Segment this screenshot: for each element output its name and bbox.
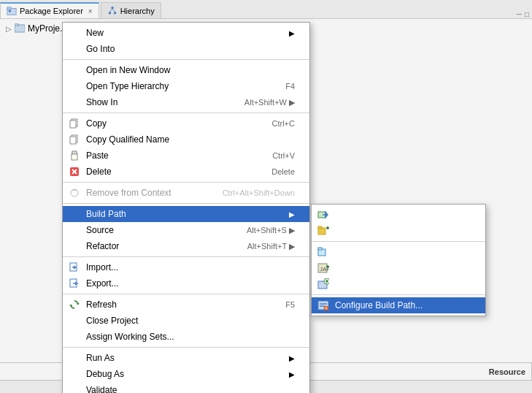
submenu-add-libraries-label: Add Libraries... [335, 279, 394, 289]
menu-item-debug-as[interactable]: Debug As ▶ [63, 366, 309, 382]
show-in-shortcut: Alt+Shift+W ▶ [244, 98, 295, 107]
svg-rect-13 [70, 137, 76, 144]
add-libraries-icon [316, 278, 331, 290]
package-explorer-icon [7, 6, 17, 16]
menu-go-into-label: Go Into [86, 44, 115, 54]
svg-rect-11 [70, 121, 76, 128]
refresh-shortcut: F5 [285, 300, 295, 309]
menu-validate-label: Validate [86, 385, 117, 393]
menu-run-as-label: Run As [86, 353, 115, 363]
tab-close-icon[interactable]: × [88, 7, 93, 15]
eclipse-workspace: Package Explorer × Hierarchy ─ □ ▷ [0, 0, 532, 393]
tab-hierarchy[interactable]: Hierarchy [101, 2, 161, 18]
menu-source-label: Source [86, 225, 114, 235]
menu-item-show-in[interactable]: Show In Alt+Shift+W ▶ [63, 94, 309, 110]
submenu-item-add-libraries[interactable]: Add Libraries... [312, 276, 485, 292]
menu-item-go-into[interactable]: Go Into [63, 41, 309, 57]
submenu-item-link-source[interactable]: Link Source... [312, 207, 485, 223]
menu-item-refresh[interactable]: Refresh F5 [63, 297, 309, 313]
delete-icon [67, 167, 82, 177]
copy-shortcut: Ctrl+C [272, 119, 295, 128]
submenu-separator-2 [312, 294, 485, 295]
import-icon [67, 262, 82, 272]
submenu-item-use-as-source[interactable]: Use as Source Folder [312, 244, 485, 260]
menu-delete-label: Delete [86, 167, 112, 177]
maximize-button[interactable]: □ [525, 10, 529, 18]
menu-item-close-project[interactable]: Close Project [63, 313, 309, 329]
new-source-folder-icon [316, 225, 331, 237]
menu-refactor-label: Refactor [86, 241, 119, 251]
menu-copy-qualified-label: Copy Qualified Name [86, 134, 169, 145]
submenu-item-add-external[interactable]: JAR Add External Archives... [312, 260, 485, 276]
svg-rect-9 [15, 23, 18, 26]
menu-item-paste[interactable]: Paste Ctrl+V [63, 148, 309, 164]
submenu-configure-build-path-label: Configure Build Path... [335, 300, 423, 310]
menu-item-assign-working-sets[interactable]: Assign Working Sets... [63, 329, 309, 345]
tab-package-explorer[interactable]: Package Explorer × [0, 2, 99, 18]
separator-7 [63, 347, 309, 348]
tree-expand-icon: ▷ [6, 25, 12, 33]
menu-item-open-window[interactable]: Open in New Window [63, 62, 309, 78]
refactor-shortcut: Alt+Shift+T ▶ [247, 242, 295, 251]
svg-rect-1 [7, 7, 11, 9]
menu-paste-label: Paste [86, 150, 109, 161]
menu-item-import[interactable]: Import... [63, 259, 309, 275]
export-icon [67, 278, 82, 289]
submenu-add-external-label: Add External Archives... [335, 263, 428, 273]
menu-open-window-label: Open in New Window [86, 65, 170, 75]
menu-item-export[interactable]: Export... [63, 275, 309, 291]
paste-shortcut: Ctrl+V [272, 151, 295, 160]
menu-new-label: New [86, 28, 104, 38]
separator-3 [63, 182, 309, 183]
menu-item-copy-qualified[interactable]: Copy Qualified Name [63, 131, 309, 148]
menu-copy-label: Copy [86, 118, 107, 129]
menu-item-validate[interactable]: Validate [63, 382, 309, 393]
svg-rect-28 [318, 248, 322, 250]
minimize-button[interactable]: ─ [517, 10, 522, 18]
menu-item-delete[interactable]: Delete Delete [63, 164, 309, 180]
resource-column-label: Resource [489, 367, 525, 376]
menu-item-run-as[interactable]: Run As ▶ [63, 350, 309, 366]
menu-debug-as-label: Debug As [86, 369, 124, 379]
tab-package-explorer-label: Package Explorer [20, 7, 83, 15]
menu-item-open-type-hierarchy[interactable]: Open Type Hierarchy F4 [63, 78, 309, 94]
menu-item-remove-context: Remove from Context Ctrl+Alt+Shift+Down [63, 185, 309, 201]
svg-point-2 [9, 9, 12, 12]
menu-item-refactor[interactable]: Refactor Alt+Shift+T ▶ [63, 238, 309, 254]
open-type-shortcut: F4 [285, 82, 295, 91]
menu-assign-working-sets-label: Assign Working Sets... [86, 332, 174, 342]
submenu-item-configure-build-path[interactable]: Configure Build Path... [312, 297, 485, 313]
separator-2 [63, 112, 309, 113]
copy-icon [67, 118, 82, 129]
menu-import-label: Import... [86, 262, 118, 272]
menu-open-type-label: Open Type Hierarchy [86, 81, 169, 91]
svg-point-4 [108, 11, 111, 14]
separator-5 [63, 256, 309, 257]
menu-close-project-label: Close Project [86, 316, 138, 326]
build-path-submenu: Link Source... New Source Folder... [311, 204, 486, 316]
configure-build-path-icon [316, 299, 331, 311]
menu-item-copy[interactable]: Copy Ctrl+C [63, 115, 309, 131]
menu-build-path-label: Build Path [86, 209, 126, 219]
submenu-link-source-label: Link Source... [335, 210, 388, 220]
remove-context-shortcut: Ctrl+Alt+Shift+Down [223, 188, 295, 197]
project-icon [15, 23, 25, 34]
submenu-use-as-source-label: Use as Source Folder [335, 247, 420, 257]
submenu-item-new-source-folder[interactable]: New Source Folder... [312, 223, 485, 239]
remove-context-icon [67, 188, 82, 198]
project-label: MyProje... [28, 23, 67, 34]
add-external-archives-icon: JAR [316, 262, 331, 274]
separator-4 [63, 203, 309, 204]
menu-show-in-label: Show In [86, 97, 117, 107]
menu-item-source[interactable]: Source Alt+Shift+S ▶ [63, 222, 309, 238]
menu-item-build-path[interactable]: Build Path ▶ Link Source... [63, 206, 309, 222]
svg-line-6 [109, 9, 112, 12]
refresh-icon [67, 299, 82, 310]
svg-point-3 [111, 6, 114, 9]
separator-6 [63, 294, 309, 294]
context-menu: New ▶ Go Into Open in New Window Open Ty… [62, 22, 310, 393]
submenu-new-source-folder-label: New Source Folder... [335, 226, 417, 236]
svg-rect-24 [318, 226, 322, 229]
menu-item-new[interactable]: New ▶ [63, 25, 309, 41]
svg-line-7 [112, 9, 115, 12]
